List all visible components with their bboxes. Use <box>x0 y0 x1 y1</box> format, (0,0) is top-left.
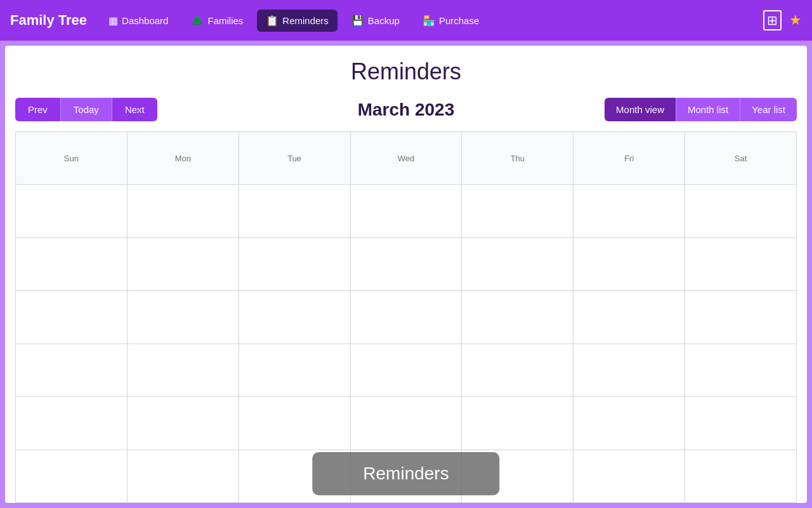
nav-families-label: Families <box>207 15 243 26</box>
calendar-cell[interactable] <box>351 344 462 397</box>
calendar-cell[interactable] <box>128 450 239 503</box>
reminders-icon: 📋 <box>266 15 278 27</box>
calendar-cell[interactable] <box>573 238 685 291</box>
calendar-day-header: Mon <box>128 132 239 185</box>
calendar-cell[interactable] <box>16 238 128 291</box>
calendar-cell[interactable] <box>239 397 351 450</box>
nav-dashboard[interactable]: ▦ Dashboard <box>100 10 177 32</box>
calendar-cell[interactable] <box>573 397 685 450</box>
calendar-cell[interactable] <box>685 450 797 503</box>
calendar-cell[interactable] <box>462 397 573 450</box>
families-icon: 🌲 <box>191 15 204 27</box>
calendar-day-header: Sun <box>16 132 128 185</box>
nav-backup-label: Backup <box>368 15 400 26</box>
calendar-grid: SunMonTueWedThuFriSat <box>15 131 797 503</box>
controls-bar: Prev Today Next March 2023 Month view Mo… <box>15 98 797 121</box>
app-brand: Family Tree <box>10 12 87 29</box>
calendar-cell[interactable] <box>685 185 797 237</box>
calendar-cell[interactable] <box>351 397 462 450</box>
calendar-cell[interactable] <box>685 344 797 397</box>
calendar-cell[interactable] <box>239 450 351 503</box>
prev-button[interactable]: Prev <box>15 98 60 121</box>
grid-icon[interactable]: ⊞ <box>763 10 782 30</box>
calendar-cell[interactable] <box>462 238 573 291</box>
calendar-cell[interactable] <box>239 185 351 237</box>
calendar-day-header: Fri <box>573 132 685 185</box>
month-label: March 2023 <box>358 100 455 120</box>
calendar-cell[interactable] <box>16 344 128 397</box>
calendar-cell[interactable] <box>351 291 462 344</box>
calendar-cell[interactable] <box>239 238 351 291</box>
year-list-button[interactable]: Year list <box>740 98 797 121</box>
calendar-cell[interactable] <box>239 291 351 344</box>
next-button[interactable]: Next <box>112 98 157 121</box>
nav-backup[interactable]: 💾 Backup <box>343 10 409 32</box>
today-button[interactable]: Today <box>60 98 112 121</box>
calendar-day-header: Sat <box>685 132 797 185</box>
calendar-cell[interactable] <box>573 291 685 344</box>
calendar-cell[interactable] <box>128 344 239 397</box>
calendar-cell[interactable] <box>351 450 462 503</box>
calendar-cell[interactable] <box>462 185 573 237</box>
navbar: Family Tree ▦ Dashboard 🌲 Families 📋 Rem… <box>0 0 812 41</box>
nav-families[interactable]: 🌲 Families <box>182 10 252 32</box>
calendar-cell[interactable] <box>351 238 462 291</box>
purchase-icon: 🏪 <box>422 15 435 27</box>
calendar-cell[interactable] <box>462 450 573 503</box>
calendar-day-header: Tue <box>239 132 351 185</box>
calendar-cell[interactable] <box>239 344 351 397</box>
calendar-cell[interactable] <box>462 291 573 344</box>
main-content: Reminders Prev Today Next March 2023 Mon… <box>5 46 807 503</box>
calendar-cell[interactable] <box>16 185 128 237</box>
calendar-cell[interactable] <box>573 450 685 503</box>
calendar-cell[interactable] <box>685 291 797 344</box>
view-btn-group: Month view Month list Year list <box>605 98 797 121</box>
calendar-cell[interactable] <box>573 185 685 237</box>
calendar-cell[interactable] <box>128 397 239 450</box>
calendar-cell[interactable] <box>351 185 462 237</box>
calendar-cell[interactable] <box>16 450 128 503</box>
calendar-cell[interactable] <box>128 291 239 344</box>
month-list-button[interactable]: Month list <box>676 98 740 121</box>
star-icon[interactable]: ★ <box>789 12 802 29</box>
calendar-cell[interactable] <box>16 397 128 450</box>
nav-purchase[interactable]: 🏪 Purchase <box>414 10 488 32</box>
calendar-cell[interactable] <box>685 397 797 450</box>
calendar-cell[interactable] <box>685 238 797 291</box>
calendar-day-header: Thu <box>462 132 573 185</box>
calendar-cell[interactable] <box>128 238 239 291</box>
nav-purchase-label: Purchase <box>439 15 479 26</box>
calendar-cell[interactable] <box>462 344 573 397</box>
page-title: Reminders <box>15 58 797 85</box>
nav-btn-group: Prev Today Next <box>15 98 157 121</box>
month-view-button[interactable]: Month view <box>605 98 676 121</box>
nav-reminders[interactable]: 📋 Reminders <box>257 10 337 32</box>
calendar-cell[interactable] <box>16 291 128 344</box>
calendar-cell[interactable] <box>128 185 239 237</box>
nav-dashboard-label: Dashboard <box>122 15 168 26</box>
calendar-cell[interactable] <box>573 344 685 397</box>
calendar-day-header: Wed <box>351 132 462 185</box>
nav-reminders-label: Reminders <box>282 15 329 26</box>
dashboard-icon: ▦ <box>108 15 118 27</box>
nav-right: ⊞ ★ <box>763 10 802 30</box>
backup-icon: 💾 <box>351 15 364 27</box>
